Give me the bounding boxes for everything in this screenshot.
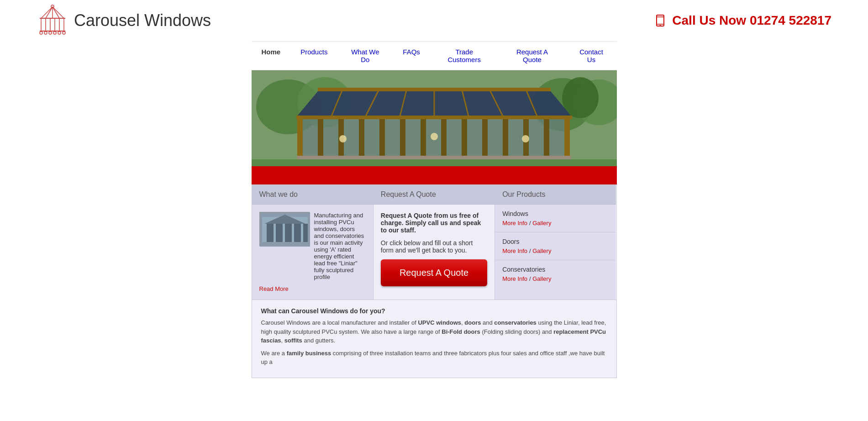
phone-number: Call Us Now 01274 522817	[672, 13, 831, 28]
bottom-info-section: What can Carousel Windows do for you? Ca…	[252, 300, 617, 378]
nav-trade-customers[interactable]: Trade Customers	[430, 42, 499, 70]
request-quote-column: Request A Quote Request A Quote from us …	[373, 185, 495, 300]
nav-faqs[interactable]: FAQs	[393, 42, 430, 62]
our-products-heading: Our Products	[495, 185, 616, 205]
bottom-para-2: We are a family business comprising of t…	[261, 349, 607, 367]
conservatories-more-info[interactable]: More Info	[502, 275, 527, 282]
read-more-link[interactable]: Read More	[259, 285, 289, 292]
svg-rect-76	[267, 224, 274, 242]
svg-rect-78	[285, 224, 292, 242]
conservatories-gallery[interactable]: Gallery	[532, 275, 551, 282]
product-name-doors: Doors	[502, 238, 609, 245]
product-name-windows: Windows	[502, 210, 609, 217]
hero-nav-section: Home Products What We Do FAQs Trade Cust…	[252, 41, 617, 184]
three-column-section: What we do	[252, 184, 617, 300]
svg-point-71	[431, 133, 438, 140]
svg-point-70	[339, 135, 347, 142]
svg-point-72	[522, 135, 529, 142]
hero-container	[252, 70, 617, 166]
svg-rect-68	[252, 159, 617, 166]
hero-image	[252, 70, 617, 166]
our-products-column: Our Products Windows More Info / Gallery…	[495, 185, 616, 300]
svg-point-17	[58, 32, 61, 34]
svg-rect-38	[318, 88, 551, 91]
doors-gallery[interactable]: Gallery	[532, 247, 551, 254]
svg-point-15	[49, 32, 52, 34]
svg-point-13	[40, 32, 42, 34]
nav-products[interactable]: Products	[290, 42, 337, 62]
windows-gallery[interactable]: Gallery	[532, 220, 551, 226]
svg-rect-39	[296, 116, 572, 119]
svg-point-16	[53, 32, 56, 34]
nav-request-quote[interactable]: Request A Quote	[499, 42, 566, 70]
product-conservatories: Conservatories More Info / Gallery	[495, 260, 616, 288]
page-header: Carousel Windows Call Us Now 01274 52281…	[0, 0, 868, 41]
product-links-windows: More Info / Gallery	[502, 219, 609, 226]
svg-point-18	[63, 32, 65, 34]
wwd-image-text-row: Manufacturing and installing PVCu window…	[259, 212, 366, 280]
request-quote-content: Request A Quote from us free of charge. …	[374, 205, 494, 294]
what-we-do-column: What we do	[252, 185, 373, 300]
logo-area: Carousel Windows	[37, 5, 211, 37]
svg-rect-80	[303, 224, 308, 242]
what-we-do-content: Manufacturing and installing PVCu window…	[252, 205, 373, 300]
logo-icon	[37, 5, 68, 37]
svg-rect-79	[294, 224, 301, 242]
nav-contact-us[interactable]: Contact Us	[566, 42, 616, 70]
nav-what-we-do[interactable]: What We Do	[337, 42, 393, 70]
product-links-doors: More Info / Gallery	[502, 247, 609, 254]
bottom-heading: What can Carousel Windows do for you?	[261, 307, 607, 315]
rq-text-1: Request A Quote from us free of charge. …	[381, 212, 487, 234]
svg-point-23	[660, 25, 661, 26]
svg-rect-40	[297, 119, 303, 156]
svg-rect-53	[564, 119, 570, 156]
request-quote-button[interactable]: Request A Quote	[381, 259, 487, 286]
call-us-area: Call Us Now 01274 522817	[653, 13, 831, 28]
what-we-do-heading: What we do	[252, 185, 373, 205]
product-links-conservatories: More Info / Gallery	[502, 275, 609, 282]
rq-text-2: Or click below and fill out a short form…	[381, 239, 487, 254]
main-navigation: Home Products What We Do FAQs Trade Cust…	[252, 41, 617, 70]
wwd-thumbnail	[259, 212, 310, 246]
svg-rect-77	[276, 224, 283, 242]
product-windows: Windows More Info / Gallery	[495, 205, 616, 232]
windows-more-info[interactable]: More Info	[502, 220, 527, 226]
nav-home[interactable]: Home	[252, 42, 291, 62]
phone-icon	[653, 13, 668, 28]
doors-more-info[interactable]: More Info	[502, 247, 527, 254]
wwd-description: Manufacturing and installing PVCu window…	[314, 212, 366, 280]
site-title: Carousel Windows	[74, 11, 211, 30]
hero-red-bar	[252, 166, 617, 184]
product-doors: Doors More Info / Gallery	[495, 232, 616, 260]
bottom-para-1: Carousel Windows are a local manufacture…	[261, 318, 607, 345]
request-quote-heading: Request A Quote	[374, 185, 494, 205]
svg-point-14	[44, 32, 47, 34]
product-name-conservatories: Conservatories	[502, 266, 609, 273]
